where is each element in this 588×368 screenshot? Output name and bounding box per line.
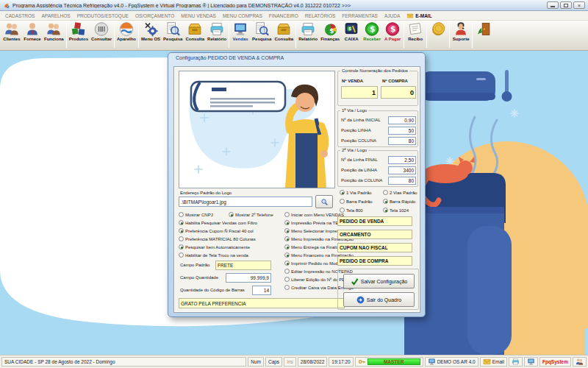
toolbar-menu-os[interactable]: Menu OS (140, 21, 162, 50)
drawer-icon (276, 21, 292, 37)
radio[interactable] (383, 199, 388, 204)
save-config-button[interactable]: Salvar Configuração (343, 274, 415, 289)
radio[interactable] (340, 190, 345, 195)
toolbar-financas[interactable]: Finanças (319, 21, 341, 50)
option-habilita-pesquisar-vendas[interactable]: Habilita Pesquisar Vendas com Filtro (179, 220, 257, 225)
menu-os-orcamento[interactable]: OS/ORÇAMENTO (135, 13, 174, 18)
minimize-button[interactable] (547, 1, 559, 9)
option-tela-troco[interactable]: Habilitar de Tela Troco na venda (179, 252, 248, 258)
option-pesquisar-item-auto[interactable]: Pesquisar Item Automaticamente (179, 244, 250, 250)
radio[interactable] (179, 236, 184, 241)
buttons-groupbox: Salvar Configuração Sair do Quadro (337, 269, 419, 310)
barcode-qty-input[interactable]: 14 (252, 286, 271, 295)
via2-row-value[interactable]: 2,50 (388, 156, 416, 164)
radio[interactable] (284, 220, 290, 225)
option-matricial-80[interactable]: Preferência MATRICIAL 80 Colunas (179, 236, 256, 241)
toolbar-relatorio-fin[interactable]: Relatório (297, 21, 319, 50)
toolbar-aparelho[interactable]: Aparelho (115, 21, 137, 50)
maximize-button[interactable] (560, 1, 572, 9)
toolbar-pesquisa-os[interactable]: Pesquisa (162, 21, 184, 50)
menu-vendas[interactable]: MENU VENDAS (181, 13, 216, 18)
radio[interactable] (340, 199, 345, 204)
menu-relatorios[interactable]: RELATÓRIOS (305, 13, 335, 18)
radio[interactable] (284, 244, 290, 250)
doc-name-venda[interactable]: PEDIDO DE VENDA (337, 216, 412, 226)
via2-row-value[interactable]: 80 (388, 177, 416, 185)
campo-quantidade-input[interactable]: 99.999,9 (226, 273, 271, 283)
option-impressao-previa[interactable]: Impressão Prévia na TELA (284, 220, 344, 225)
radio[interactable] (284, 277, 290, 282)
toolbar-suporte[interactable]: Suporte (451, 21, 471, 50)
toolbar-consulta-vendas[interactable]: Consulta (273, 21, 295, 50)
radio[interactable] (179, 252, 184, 258)
radio[interactable] (179, 228, 184, 233)
via1-row-value[interactable]: 80 (388, 137, 416, 145)
menu-ferramentas[interactable]: FERRAMENTAS (342, 13, 378, 18)
radio[interactable] (340, 208, 345, 213)
campo-padrao-input[interactable]: FRETE (215, 261, 271, 270)
toolbar-produtos[interactable]: Produtos (68, 21, 90, 50)
exit-button[interactable]: Sair do Quadro (343, 292, 415, 307)
option-1-via-padrao[interactable]: 1 Via Padrão (340, 190, 372, 195)
status-monitor[interactable] (524, 357, 538, 367)
option-cupom-n-fiscal[interactable]: Preferência Cupom Ñ Fiscal 40 col (179, 228, 254, 233)
compra-number-value[interactable]: 0 (381, 86, 416, 99)
toolbar-relatorio-os[interactable]: Relatório (206, 21, 228, 50)
menu-aparelhos[interactable]: APARELHOS (41, 13, 70, 18)
close-button[interactable]: × (573, 1, 585, 9)
radio[interactable] (284, 285, 290, 290)
doc-name-orcamento[interactable]: ORCAMENTO (337, 230, 412, 239)
toolbar-clientes[interactable]: Clientes (1, 21, 22, 50)
footer-message-input[interactable]: GRATO PELA PREFERENCIA (179, 298, 345, 308)
toolbar-moeda[interactable] (428, 21, 448, 50)
venda-number-value[interactable]: 1 (341, 86, 378, 99)
option-barra-padrao[interactable]: Barra Padrão (340, 199, 373, 204)
toolbar-fornece[interactable]: Fornece (22, 21, 43, 50)
doc-name-cupom[interactable]: CUPOM NAO FISCAL (337, 243, 412, 252)
radio[interactable] (284, 252, 290, 258)
menu-compras[interactable]: MENU COMPRAS (223, 13, 262, 18)
radio[interactable] (383, 208, 388, 213)
toolbar-vendas[interactable]: Vendas (230, 21, 251, 50)
option-tela-1024[interactable]: Tela 1024 (383, 208, 409, 213)
status-printer[interactable] (509, 357, 523, 367)
radio[interactable] (229, 212, 234, 217)
option-iniciar-menu-vendas[interactable]: Iniciar com Menu VENDAS (284, 212, 344, 217)
option-mostrar-cnpj[interactable]: Mostrar CNPJ (179, 212, 213, 217)
menu-cadastros[interactable]: CADASTROS (5, 13, 35, 18)
logo-path-input[interactable]: .\BITMAP\logoar1.jpg (179, 197, 312, 207)
menu-financeiro[interactable]: FINANCEIRO (269, 13, 298, 18)
products-icon (71, 21, 87, 37)
radio[interactable] (284, 261, 290, 266)
via1-row-value[interactable]: 50 (388, 127, 416, 135)
menu-ajuda[interactable]: AJUDA (384, 13, 400, 18)
radio[interactable] (383, 190, 388, 195)
option-mostrar-2-telefone[interactable]: Mostrar 2º Telefone (229, 212, 273, 217)
toolbar-sair[interactable] (473, 21, 494, 50)
status-email[interactable]: Email (480, 357, 507, 367)
toolbar-funciona[interactable]: Funciona (43, 21, 65, 50)
toolbar-receber[interactable]: Receber (362, 21, 382, 50)
option-barra-rapido[interactable]: Barra Rápido (383, 199, 415, 204)
toolbar-consultar[interactable]: Consultar (90, 21, 113, 50)
toolbar-pesquisa-vendas[interactable]: Pesquisa (251, 21, 273, 50)
option-2-vias-padrao[interactable]: 2 Vias Padrão (383, 190, 417, 195)
radio[interactable] (179, 244, 184, 250)
radio[interactable] (284, 236, 290, 241)
via2-row-value[interactable]: 3400 (388, 166, 416, 174)
radio[interactable] (284, 228, 290, 233)
toolbar-recibo[interactable]: Recibo (405, 21, 426, 50)
radio[interactable] (284, 269, 290, 274)
via1-row-value[interactable]: 0,90 (388, 116, 416, 124)
doc-name-compra[interactable]: PEDIDO DE COMPRA (337, 256, 412, 266)
option-tela-800[interactable]: Tela 800 (340, 208, 363, 213)
radio[interactable] (179, 212, 184, 217)
toolbar-a-pagar[interactable]: A Pagar (382, 21, 403, 50)
browse-logo-button[interactable] (315, 195, 333, 208)
radio[interactable] (179, 220, 184, 225)
radio[interactable] (284, 212, 290, 217)
menu-produtos-estoque[interactable]: PRODUTOS/ESTOQUE (77, 13, 129, 18)
menu-email[interactable]: E-MAIL (406, 13, 431, 19)
toolbar-caixa[interactable]: CAIXA (341, 21, 362, 50)
toolbar-consulta-os[interactable]: Consulta (184, 21, 206, 50)
